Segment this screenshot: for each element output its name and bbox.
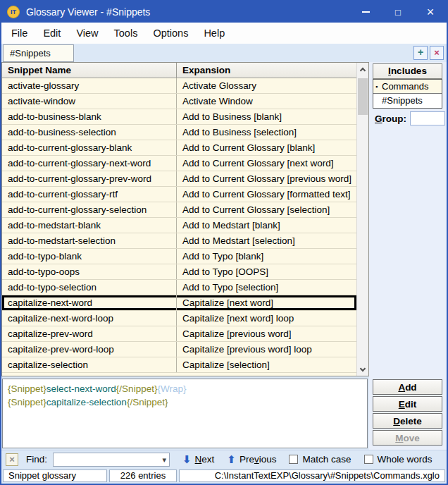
- scrollbar-thumb[interactable]: [358, 78, 368, 115]
- arrow-down-icon: ⬇: [182, 454, 192, 465]
- snippet-name-cell[interactable]: add-to-current-glossary-next-word: [2, 156, 177, 171]
- table-row[interactable]: add-to-current-glossary-blankAdd to Curr…: [2, 140, 356, 156]
- group-input[interactable]: [410, 111, 445, 125]
- snippet-name-cell[interactable]: add-to-typo-blank: [2, 249, 177, 264]
- expansion-cell[interactable]: Capitalize [next word]: [177, 295, 356, 310]
- minimize-button[interactable]: [349, 1, 382, 23]
- edit-button[interactable]: Edit: [373, 396, 442, 412]
- tab-bar: #Snippets + ×: [1, 44, 447, 62]
- checkbox-icon[interactable]: [289, 455, 298, 464]
- find-next-button[interactable]: ⬇ Next: [182, 454, 214, 465]
- column-header-snippet-name[interactable]: Snippet Name: [2, 63, 177, 78]
- table-row[interactable]: capitalize-next-wordCapitalize [next wor…: [2, 295, 356, 311]
- snippet-preview[interactable]: {Snippet}select-next-word{/Snippet}{Wrap…: [2, 379, 368, 448]
- snippet-name-cell[interactable]: add-to-business-blank: [2, 109, 177, 124]
- expansion-cell[interactable]: Add to Medstart [blank]: [177, 218, 356, 233]
- snippet-name-cell[interactable]: capitalize-prev-word-loop: [2, 342, 177, 357]
- move-button[interactable]: Move: [373, 430, 442, 446]
- vertical-scrollbar[interactable]: [356, 63, 368, 376]
- expansion-cell[interactable]: Add to Typo [OOPS]: [177, 264, 356, 279]
- table-row[interactable]: capitalize-selectionCapitalize [selectio…: [2, 357, 356, 373]
- table-row[interactable]: capitalize-next-word-loopCapitalize [nex…: [2, 311, 356, 326]
- tab-snippets[interactable]: #Snippets: [3, 44, 74, 62]
- snippet-name-cell[interactable]: add-to-typo-oops: [2, 264, 177, 279]
- add-tab-button[interactable]: +: [413, 46, 428, 60]
- snippet-name-cell[interactable]: capitalize-next-word: [2, 295, 177, 310]
- table-row[interactable]: add-to-typo-oopsAdd to Typo [OOPS]: [2, 264, 356, 280]
- expansion-cell[interactable]: Add to Current Glossary [formatted text]: [177, 187, 356, 202]
- snippet-name-cell[interactable]: activate-glossary: [2, 78, 177, 93]
- table-row[interactable]: add-to-current-glossary-rtfAdd to Curren…: [2, 187, 356, 202]
- chevron-up-icon: [360, 67, 366, 73]
- add-button[interactable]: Add: [373, 379, 442, 395]
- snippet-name-cell[interactable]: add-to-medstart-selection: [2, 233, 177, 248]
- snippet-name-cell[interactable]: capitalize-next-word-loop: [2, 311, 177, 326]
- menu-item-tools[interactable]: Tools: [106, 23, 146, 44]
- table-row[interactable]: add-to-typo-selectionAdd to Typo [select…: [2, 280, 356, 295]
- table-row[interactable]: add-to-medstart-selectionAdd to Medstart…: [2, 233, 356, 249]
- snippet-name-cell[interactable]: add-to-current-glossary-prev-word: [2, 171, 177, 186]
- menu-item-help[interactable]: Help: [196, 23, 232, 44]
- table-row[interactable]: capitalize-prev-wordCapitalize [previous…: [2, 326, 356, 342]
- snippet-name-cell[interactable]: add-to-typo-selection: [2, 280, 177, 295]
- table-row[interactable]: add-to-business-blankAdd to Business [bl…: [2, 109, 356, 125]
- column-header-expansion[interactable]: Expansion: [177, 63, 356, 78]
- snippet-name-cell[interactable]: add-to-current-glossary-blank: [2, 140, 177, 155]
- snippet-name-cell[interactable]: add-to-medstart-blank: [2, 218, 177, 233]
- includes-item-snippets[interactable]: #Snippets: [373, 94, 442, 108]
- snippet-name-cell[interactable]: add-to-business-selection: [2, 125, 177, 140]
- find-previous-button[interactable]: ⬆ Previous: [227, 454, 276, 465]
- snippet-name-cell[interactable]: capitalize-prev-word: [2, 326, 177, 341]
- table-row[interactable]: add-to-current-glossary-prev-wordAdd to …: [2, 171, 356, 187]
- action-buttons: Add Edit Delete Move: [373, 379, 442, 447]
- checkbox-icon[interactable]: [364, 455, 373, 464]
- expansion-cell[interactable]: Add to Medstart [selection]: [177, 233, 356, 248]
- window-inner: IT Glossary Viewer - #Snippets □ × FileE…: [1, 1, 447, 484]
- snippet-name-cell[interactable]: capitalize-selection: [2, 357, 177, 372]
- whole-words-checkbox[interactable]: Whole words: [364, 454, 433, 465]
- table-row[interactable]: add-to-current-glossary-selectionAdd to …: [2, 202, 356, 218]
- scroll-down-button[interactable]: [357, 364, 368, 376]
- dropdown-arrow-icon[interactable]: ▾: [162, 454, 166, 466]
- table-row[interactable]: add-to-business-selectionAdd to Business…: [2, 125, 356, 140]
- find-close-button[interactable]: ×: [6, 453, 18, 466]
- close-window-button[interactable]: ×: [414, 1, 447, 23]
- match-case-checkbox[interactable]: Match case: [289, 454, 351, 465]
- expansion-cell[interactable]: Activate Glossary: [177, 78, 356, 93]
- close-tab-button[interactable]: ×: [430, 46, 444, 60]
- expansion-cell[interactable]: Activate Window: [177, 94, 356, 109]
- includes-item-commands[interactable]: ▪Commands: [373, 80, 442, 94]
- table-row[interactable]: capitalize-prev-word-loopCapitalize [pre…: [2, 342, 356, 357]
- expansion-cell[interactable]: Capitalize [previous word]: [177, 326, 356, 341]
- snippet-name-cell[interactable]: add-to-current-glossary-rtf: [2, 187, 177, 202]
- expansion-cell[interactable]: Add to Typo [blank]: [177, 249, 356, 264]
- menu-item-view[interactable]: View: [68, 23, 106, 44]
- includes-button[interactable]: Includes: [373, 63, 442, 79]
- scroll-up-button[interactable]: [357, 63, 368, 75]
- expansion-cell[interactable]: Add to Current Glossary [selection]: [177, 202, 356, 217]
- menu-item-options[interactable]: Options: [145, 23, 196, 44]
- expansion-cell[interactable]: Add to Current Glossary [blank]: [177, 140, 356, 155]
- menu-item-file[interactable]: File: [4, 23, 35, 44]
- expansion-cell[interactable]: Capitalize [previous word] loop: [177, 342, 356, 357]
- expansion-cell[interactable]: Capitalize [selection]: [177, 357, 356, 372]
- menu-item-edit[interactable]: Edit: [35, 23, 68, 44]
- snippet-name-cell[interactable]: add-to-current-glossary-selection: [2, 202, 177, 217]
- maximize-button[interactable]: □: [382, 1, 414, 23]
- expansion-cell[interactable]: Add to Business [blank]: [177, 109, 356, 124]
- table-row[interactable]: add-to-current-glossary-next-wordAdd to …: [2, 156, 356, 171]
- expansion-cell[interactable]: Add to Typo [selection]: [177, 280, 356, 295]
- table-row[interactable]: add-to-typo-blankAdd to Typo [blank]: [2, 249, 356, 264]
- find-input[interactable]: [54, 454, 156, 465]
- expansion-cell[interactable]: Capitalize [next word] loop: [177, 311, 356, 326]
- find-combobox[interactable]: ▾: [53, 453, 170, 467]
- app-icon-label: IT: [11, 8, 16, 16]
- expansion-cell[interactable]: Add to Current Glossary [next word]: [177, 156, 356, 171]
- table-row[interactable]: add-to-medstart-blankAdd to Medstart [bl…: [2, 218, 356, 233]
- table-row[interactable]: activate-glossaryActivate Glossary: [2, 78, 356, 94]
- snippet-name-cell[interactable]: activate-window: [2, 94, 177, 109]
- table-row[interactable]: activate-windowActivate Window: [2, 94, 356, 109]
- delete-button[interactable]: Delete: [373, 413, 442, 429]
- expansion-cell[interactable]: Add to Current Glossary [previous word]: [177, 171, 356, 186]
- expansion-cell[interactable]: Add to Business [selection]: [177, 125, 356, 140]
